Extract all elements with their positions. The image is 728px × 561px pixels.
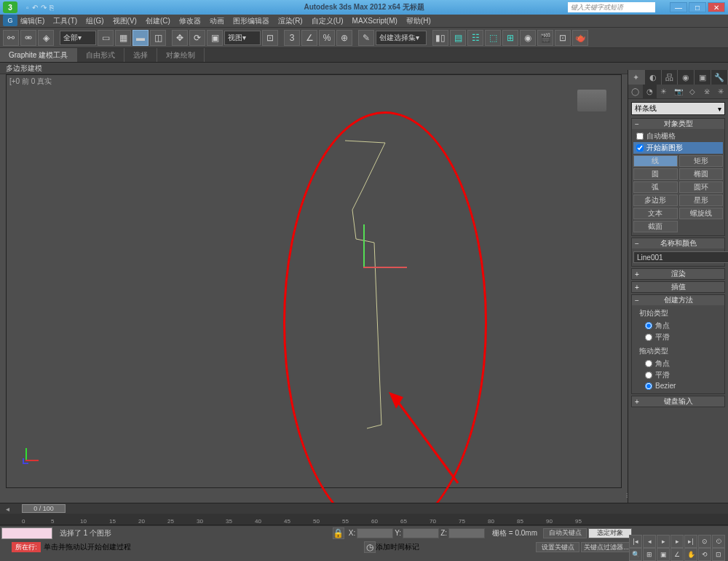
systems-subtab-icon[interactable]: ✳ (713, 85, 728, 98)
maximize-viewport-icon[interactable]: ⊡ (712, 548, 725, 561)
window-crossing-icon[interactable]: ◫ (150, 30, 166, 46)
menu-help[interactable]: 帮助(H) (406, 16, 431, 26)
create-tab-icon[interactable]: ✦ (628, 70, 645, 85)
maximize-button[interactable]: □ (689, 2, 706, 12)
app-logo-icon[interactable]: 3 (3, 1, 17, 13)
selset-dropdown[interactable]: 选定对象 (588, 528, 632, 538)
lock-icon[interactable]: 🔒 (333, 527, 344, 539)
drag-smooth-radio[interactable] (645, 372, 652, 379)
helpers-subtab-icon[interactable]: ◇ (685, 85, 700, 98)
cameras-subtab-icon[interactable]: 📷 (671, 85, 686, 98)
rotate-icon[interactable]: ⟳ (189, 30, 205, 46)
pan-icon[interactable]: ✋ (684, 548, 697, 561)
display-tab-icon[interactable]: ▣ (695, 70, 711, 85)
ribbon-panel-label[interactable]: 多边形建模 (0, 63, 728, 74)
timetag-icon[interactable]: ◷ (364, 541, 376, 553)
script-listener[interactable] (1, 527, 52, 539)
spinner-snap-icon[interactable]: ⊕ (336, 30, 352, 46)
rollout-name-color[interactable]: −名称和颜色 (632, 238, 724, 248)
time-slider-thumb[interactable]: 0 / 100 (22, 504, 66, 513)
ref-coord-dropdown[interactable]: 视图 ▾ (224, 31, 261, 45)
zoom-all-icon[interactable]: ⊞ (643, 548, 656, 561)
arc-button[interactable]: 弧 (633, 181, 678, 193)
goto-end-icon[interactable]: ▸| (684, 535, 697, 548)
help-search-input[interactable]: 键入关键字或短语 (568, 2, 655, 12)
rollout-interp[interactable]: +插值 (632, 282, 724, 292)
minimize-button[interactable]: — (670, 2, 687, 12)
render-setup-icon[interactable]: 🎬 (537, 30, 553, 46)
viewport-front[interactable]: [+0 前 0 真实 (6, 74, 622, 488)
bind-icon[interactable]: ◈ (38, 30, 54, 46)
drag-corner-radio[interactable] (645, 360, 652, 367)
motion-tab-icon[interactable]: ◉ (678, 70, 695, 85)
startnew-checkbox[interactable] (636, 144, 644, 152)
line-button[interactable]: 线 (633, 155, 678, 167)
rectangle-button[interactable]: 矩形 (679, 155, 724, 167)
zoom-icon[interactable]: 🔍 (629, 548, 642, 561)
snap-toggle-icon[interactable]: 3 (284, 30, 300, 46)
z-coord-input[interactable] (448, 528, 485, 538)
menu-group[interactable]: 组(G) (86, 16, 103, 26)
select-name-icon[interactable]: ▦ (115, 30, 131, 46)
category-dropdown[interactable]: 样条线▾ (631, 102, 725, 115)
spacewarps-subtab-icon[interactable]: ※ (700, 85, 714, 98)
rollout-object-type[interactable]: −对象类型 (632, 119, 724, 129)
viewport-label[interactable]: [+0 前 0 真实 (9, 76, 52, 87)
hierarchy-tab-icon[interactable]: 品 (662, 70, 678, 85)
menu-views[interactable]: 视图(V) (113, 16, 137, 26)
qat-icon[interactable]: ↶ (32, 4, 38, 12)
select-icon[interactable]: ▭ (98, 30, 114, 46)
utilities-tab-icon[interactable]: 🔧 (711, 70, 728, 85)
menu-grapheditors[interactable]: 图形编辑器 (233, 16, 269, 26)
scale-icon[interactable]: ▣ (207, 30, 223, 46)
ribbon-tab-selection[interactable]: 选择 (124, 48, 157, 62)
render-frame-icon[interactable]: ⊡ (555, 30, 571, 46)
fov-icon[interactable]: ∠ (670, 548, 684, 561)
time-ruler[interactable]: 05101520253035404550556065707580859095 (0, 514, 728, 525)
ribbon-tab-graphite[interactable]: Graphite 建模工具 (0, 48, 77, 62)
selection-filter-dropdown[interactable]: 全部 ▾ (60, 31, 96, 45)
mirror-icon[interactable]: ▮▯ (432, 30, 448, 46)
text-button[interactable]: 文本 (633, 208, 678, 219)
key-mode-icon[interactable]: ⊙ (698, 535, 711, 548)
link-icon[interactable]: ⚯ (3, 30, 19, 46)
menu-maxscript[interactable]: MAXScript(M) (352, 17, 397, 25)
initial-smooth-radio[interactable] (645, 334, 652, 341)
align-icon[interactable]: ▤ (450, 30, 466, 46)
next-frame-icon[interactable]: ▸ (670, 535, 684, 548)
qat-icon[interactable]: ▫ (26, 4, 29, 12)
zoom-extents-icon[interactable]: ▣ (657, 548, 670, 561)
y-coord-input[interactable] (403, 528, 439, 538)
goto-start-icon[interactable]: |◂ (629, 535, 642, 548)
angle-snap-icon[interactable]: ∠ (301, 30, 317, 46)
rollout-create-method[interactable]: −创建方法 (632, 295, 724, 305)
donut-button[interactable]: 圆环 (679, 181, 724, 193)
ellipse-button[interactable]: 椭圆 (679, 168, 724, 180)
play-icon[interactable]: ▸ (657, 535, 670, 548)
initial-corner-radio[interactable] (645, 322, 652, 329)
object-name-input[interactable] (633, 251, 728, 263)
section-button[interactable]: 截面 (633, 221, 678, 232)
keyfilter-button[interactable]: 关键点过滤器... (581, 542, 632, 552)
setkey-button[interactable]: 设置关键点 (536, 542, 579, 552)
drag-bezier-radio[interactable] (645, 382, 652, 390)
move-icon[interactable]: ✥ (172, 30, 188, 46)
geometry-subtab-icon[interactable]: ◯ (628, 85, 643, 98)
prev-frame-icon[interactable]: ◂ (643, 535, 656, 548)
menu-edit[interactable]: 编辑(E) (20, 16, 44, 26)
ribbon-tab-paint[interactable]: 对象绘制 (157, 48, 205, 62)
quick-render-icon[interactable]: 🫖 (572, 30, 588, 46)
menu-animation[interactable]: 动画 (210, 16, 224, 26)
select-region-icon[interactable]: ▬ (132, 30, 149, 46)
ngon-button[interactable]: 多边形 (633, 195, 678, 206)
menu-modifiers[interactable]: 修改器 (179, 16, 201, 26)
curve-editor-icon[interactable]: ⬚ (485, 30, 501, 46)
star-button[interactable]: 星形 (679, 195, 724, 206)
orbit-icon[interactable]: ⟲ (698, 548, 711, 561)
schematic-icon[interactable]: ⊞ (502, 30, 518, 46)
app-menu-icon[interactable]: G (3, 15, 17, 26)
ribbon-tab-freeform[interactable]: 自由形式 (77, 48, 124, 62)
rollout-render[interactable]: +渲染 (632, 269, 724, 279)
named-sel-dropdown[interactable]: 创建选择集 ▾ (376, 31, 427, 45)
close-button[interactable]: ✕ (708, 2, 725, 12)
